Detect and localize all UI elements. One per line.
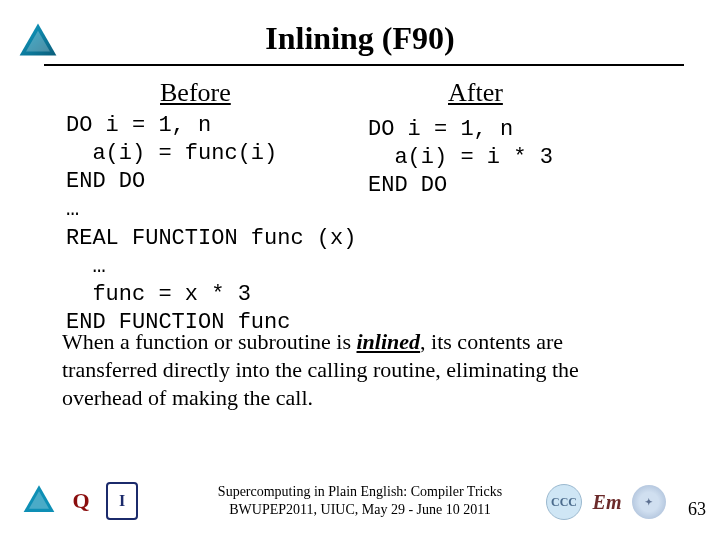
explanation-paragraph: When a function or subroutine is inlined… <box>62 328 662 412</box>
ccc-logo: CCC <box>546 484 582 520</box>
column-header-after: After <box>448 78 503 108</box>
page-number: 63 <box>688 499 706 520</box>
code-after: DO i = 1, n a(i) = i * 3 END DO <box>368 116 553 200</box>
code-before: DO i = 1, n a(i) = func(i) END DO … REAL… <box>66 112 356 337</box>
slide: Inlining (F90) Before After DO i = 1, n … <box>0 0 720 540</box>
footer-logos-right: CCC Eт ✦ <box>546 484 666 520</box>
column-header-before: Before <box>160 78 231 108</box>
slide-title: Inlining (F90) <box>0 20 720 57</box>
explain-pre: When a function or subroutine is <box>62 329 357 354</box>
ec-logo: Eт <box>590 485 624 519</box>
seal-logo: ✦ <box>632 485 666 519</box>
explain-term: inlined <box>357 329 421 354</box>
title-divider <box>44 64 684 66</box>
footer: Q I Supercomputing in Plain English: Com… <box>0 466 720 522</box>
